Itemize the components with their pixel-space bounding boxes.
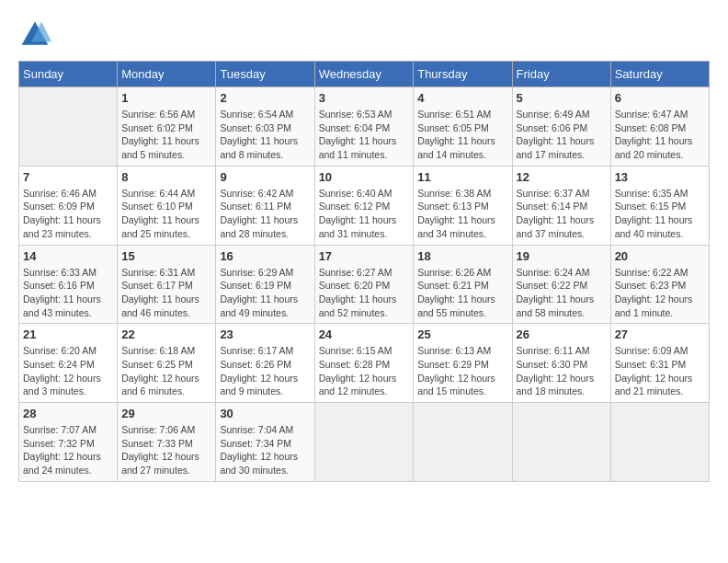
week-row-1: 1Sunrise: 6:56 AMSunset: 6:02 PMDaylight… <box>19 87 710 167</box>
day-cell-26: 26Sunrise: 6:11 AMSunset: 6:30 PMDayligh… <box>512 324 610 403</box>
day-cell-2: 2Sunrise: 6:54 AMSunset: 6:03 PMDaylight… <box>216 87 314 167</box>
day-info: Sunrise: 6:27 AMSunset: 6:20 PMDaylight:… <box>319 266 410 320</box>
col-header-tuesday: Tuesday <box>216 62 314 87</box>
header-row: SundayMondayTuesdayWednesdayThursdayFrid… <box>19 62 710 87</box>
day-info: Sunrise: 7:07 AMSunset: 7:32 PMDaylight:… <box>23 423 113 477</box>
day-number: 28 <box>23 407 113 420</box>
day-info: Sunrise: 6:37 AMSunset: 6:14 PMDaylight:… <box>517 187 607 241</box>
week-row-5: 28Sunrise: 7:07 AMSunset: 7:32 PMDayligh… <box>19 403 710 482</box>
day-cell-21: 21Sunrise: 6:20 AMSunset: 6:24 PMDayligh… <box>19 324 118 403</box>
empty-cell <box>19 87 118 167</box>
col-header-monday: Monday <box>118 62 216 87</box>
day-number: 10 <box>319 170 410 184</box>
day-cell-30: 30Sunrise: 7:04 AMSunset: 7:34 PMDayligh… <box>216 403 314 482</box>
day-info: Sunrise: 6:40 AMSunset: 6:12 PMDaylight:… <box>319 187 410 241</box>
logo <box>18 18 55 52</box>
day-number: 16 <box>220 249 310 263</box>
day-info: Sunrise: 6:22 AMSunset: 6:23 PMDaylight:… <box>615 266 705 320</box>
day-cell-4: 4Sunrise: 6:51 AMSunset: 6:05 PMDaylight… <box>414 87 512 167</box>
day-cell-29: 29Sunrise: 7:06 AMSunset: 7:33 PMDayligh… <box>118 403 216 482</box>
day-cell-16: 16Sunrise: 6:29 AMSunset: 6:19 PMDayligh… <box>216 245 314 324</box>
day-info: Sunrise: 6:29 AMSunset: 6:19 PMDaylight:… <box>220 266 310 320</box>
day-info: Sunrise: 7:06 AMSunset: 7:33 PMDaylight:… <box>121 423 211 477</box>
day-number: 13 <box>615 170 705 184</box>
week-row-4: 21Sunrise: 6:20 AMSunset: 6:24 PMDayligh… <box>19 324 710 403</box>
day-cell-27: 27Sunrise: 6:09 AMSunset: 6:31 PMDayligh… <box>610 324 709 403</box>
day-cell-11: 11Sunrise: 6:38 AMSunset: 6:13 PMDayligh… <box>414 166 512 245</box>
day-number: 18 <box>417 249 507 263</box>
day-number: 11 <box>417 170 507 184</box>
day-info: Sunrise: 6:38 AMSunset: 6:13 PMDaylight:… <box>417 187 507 241</box>
col-header-wednesday: Wednesday <box>314 62 414 87</box>
day-number: 25 <box>417 327 507 341</box>
day-number: 23 <box>220 327 310 341</box>
day-info: Sunrise: 6:47 AMSunset: 6:08 PMDaylight:… <box>615 108 705 162</box>
day-cell-17: 17Sunrise: 6:27 AMSunset: 6:20 PMDayligh… <box>314 245 414 324</box>
day-info: Sunrise: 6:42 AMSunset: 6:11 PMDaylight:… <box>220 187 310 241</box>
day-number: 5 <box>517 91 607 105</box>
day-cell-20: 20Sunrise: 6:22 AMSunset: 6:23 PMDayligh… <box>610 245 709 324</box>
day-number: 19 <box>517 249 607 263</box>
day-info: Sunrise: 6:15 AMSunset: 6:28 PMDaylight:… <box>319 344 410 398</box>
col-header-thursday: Thursday <box>414 62 512 87</box>
day-cell-6: 6Sunrise: 6:47 AMSunset: 6:08 PMDaylight… <box>610 87 709 167</box>
day-number: 2 <box>220 91 310 105</box>
day-info: Sunrise: 6:20 AMSunset: 6:24 PMDaylight:… <box>23 344 113 398</box>
col-header-sunday: Sunday <box>19 62 118 87</box>
day-cell-10: 10Sunrise: 6:40 AMSunset: 6:12 PMDayligh… <box>314 166 414 245</box>
day-cell-22: 22Sunrise: 6:18 AMSunset: 6:25 PMDayligh… <box>118 324 216 403</box>
day-info: Sunrise: 6:09 AMSunset: 6:31 PMDaylight:… <box>615 344 705 398</box>
day-info: Sunrise: 6:56 AMSunset: 6:02 PMDaylight:… <box>121 108 211 162</box>
day-cell-3: 3Sunrise: 6:53 AMSunset: 6:04 PMDaylight… <box>314 87 414 167</box>
day-cell-5: 5Sunrise: 6:49 AMSunset: 6:06 PMDaylight… <box>512 87 610 167</box>
day-info: Sunrise: 6:54 AMSunset: 6:03 PMDaylight:… <box>220 108 310 162</box>
day-number: 24 <box>319 327 410 341</box>
day-number: 26 <box>517 327 607 341</box>
col-header-saturday: Saturday <box>610 62 709 87</box>
day-cell-12: 12Sunrise: 6:37 AMSunset: 6:14 PMDayligh… <box>512 166 610 245</box>
day-cell-23: 23Sunrise: 6:17 AMSunset: 6:26 PMDayligh… <box>216 324 314 403</box>
day-cell-14: 14Sunrise: 6:33 AMSunset: 6:16 PMDayligh… <box>19 245 118 324</box>
day-number: 21 <box>23 327 113 341</box>
empty-cell <box>512 403 610 482</box>
day-number: 6 <box>615 91 705 105</box>
empty-cell <box>314 403 414 482</box>
page-header <box>18 18 710 52</box>
day-info: Sunrise: 6:24 AMSunset: 6:22 PMDaylight:… <box>517 266 607 320</box>
day-info: Sunrise: 6:44 AMSunset: 6:10 PMDaylight:… <box>121 187 211 241</box>
day-info: Sunrise: 6:33 AMSunset: 6:16 PMDaylight:… <box>23 266 113 320</box>
day-number: 20 <box>615 249 705 263</box>
day-number: 3 <box>319 91 410 105</box>
day-number: 15 <box>121 249 211 263</box>
col-header-friday: Friday <box>512 62 610 87</box>
day-cell-7: 7Sunrise: 6:46 AMSunset: 6:09 PMDaylight… <box>19 166 118 245</box>
day-cell-19: 19Sunrise: 6:24 AMSunset: 6:22 PMDayligh… <box>512 245 610 324</box>
calendar-table: SundayMondayTuesdayWednesdayThursdayFrid… <box>18 61 710 482</box>
day-info: Sunrise: 6:31 AMSunset: 6:17 PMDaylight:… <box>121 266 211 320</box>
day-info: Sunrise: 6:53 AMSunset: 6:04 PMDaylight:… <box>319 108 410 162</box>
week-row-2: 7Sunrise: 6:46 AMSunset: 6:09 PMDaylight… <box>19 166 710 245</box>
day-number: 9 <box>220 170 310 184</box>
day-cell-15: 15Sunrise: 6:31 AMSunset: 6:17 PMDayligh… <box>118 245 216 324</box>
day-number: 14 <box>23 249 113 263</box>
day-number: 17 <box>319 249 410 263</box>
day-info: Sunrise: 6:51 AMSunset: 6:05 PMDaylight:… <box>417 108 507 162</box>
day-number: 27 <box>615 327 705 341</box>
day-info: Sunrise: 6:11 AMSunset: 6:30 PMDaylight:… <box>517 344 607 398</box>
day-info: Sunrise: 6:26 AMSunset: 6:21 PMDaylight:… <box>417 266 507 320</box>
day-info: Sunrise: 6:35 AMSunset: 6:15 PMDaylight:… <box>615 187 705 241</box>
day-number: 22 <box>121 327 211 341</box>
day-number: 30 <box>220 407 310 420</box>
day-number: 8 <box>121 170 211 184</box>
day-info: Sunrise: 6:13 AMSunset: 6:29 PMDaylight:… <box>417 344 507 398</box>
logo-icon <box>18 18 51 52</box>
day-cell-28: 28Sunrise: 7:07 AMSunset: 7:32 PMDayligh… <box>19 403 118 482</box>
day-cell-1: 1Sunrise: 6:56 AMSunset: 6:02 PMDaylight… <box>118 87 216 167</box>
day-number: 4 <box>417 91 507 105</box>
day-number: 1 <box>121 91 211 105</box>
day-number: 7 <box>23 170 113 184</box>
day-cell-25: 25Sunrise: 6:13 AMSunset: 6:29 PMDayligh… <box>414 324 512 403</box>
day-info: Sunrise: 6:49 AMSunset: 6:06 PMDaylight:… <box>517 108 607 162</box>
day-cell-8: 8Sunrise: 6:44 AMSunset: 6:10 PMDaylight… <box>118 166 216 245</box>
week-row-3: 14Sunrise: 6:33 AMSunset: 6:16 PMDayligh… <box>19 245 710 324</box>
